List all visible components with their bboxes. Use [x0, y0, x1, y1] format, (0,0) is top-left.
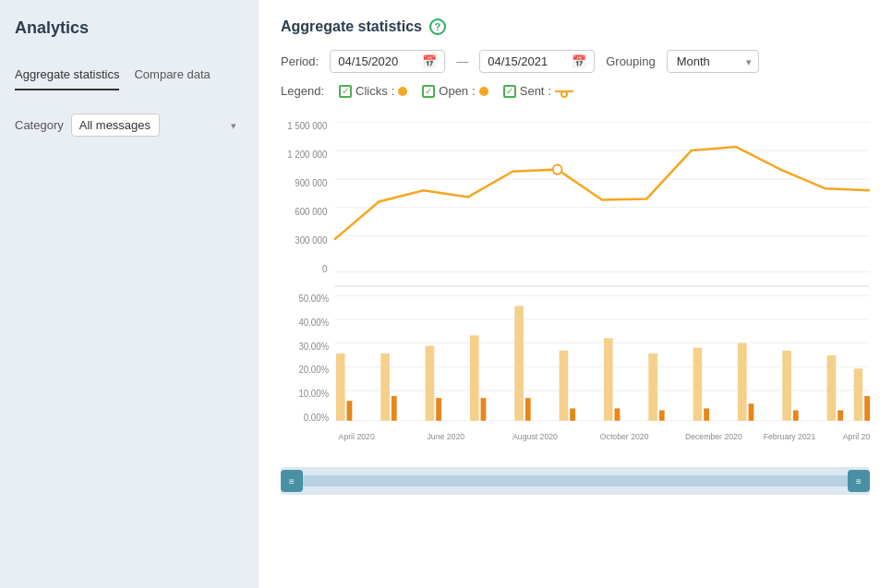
sidebar: Analytics Aggregate statistics Compare d…: [0, 0, 259, 588]
bar-apr21-2: [864, 396, 870, 421]
open-checkbox[interactable]: [422, 85, 435, 98]
x-label-aug20: August 2020: [512, 432, 558, 441]
scrollbar-right-button[interactable]: ≡: [848, 470, 870, 492]
y-pct-20: 20.00%: [298, 365, 329, 375]
y-pct-40: 40.00%: [298, 318, 329, 328]
bar-jul20-2: [481, 398, 487, 421]
bar-aug20-2: [525, 398, 531, 421]
main-header: Aggregate statistics ?: [281, 18, 870, 35]
bar-jan21-1: [738, 343, 747, 421]
bar-sep20-2: [570, 408, 575, 420]
bar-jun20-1: [426, 346, 435, 421]
sent-circle: [561, 90, 568, 98]
y-pct-30: 30.00%: [298, 341, 329, 351]
calendar-to-icon: 📅: [572, 54, 586, 68]
chart-container: 1 500 000 1 200 000 900 000 600 000 300 …: [281, 113, 870, 463]
y-label-300: 300 000: [295, 234, 327, 245]
x-label-dec20: December 2020: [685, 432, 742, 441]
x-label-apr21: April 2021: [843, 432, 870, 441]
grouping-select-wrapper: Day Week Month Year: [667, 50, 759, 73]
bar-jun20-2: [436, 398, 441, 421]
date-to-input[interactable]: [488, 54, 566, 68]
bar-may20-2: [392, 396, 397, 421]
help-icon[interactable]: ?: [429, 18, 446, 35]
bar-jan21-2: [749, 403, 754, 420]
y-label-600: 600 000: [295, 207, 327, 217]
bar-mar21-1: [827, 355, 837, 421]
x-label-jun20: June 2020: [428, 432, 465, 441]
sent-checkbox[interactable]: [503, 85, 516, 98]
scrollbar-container: ≡ ≡: [281, 467, 870, 495]
controls-row: Period: 📅 — 📅 Grouping Day Week Month Ye…: [281, 50, 870, 73]
sent-line: [555, 90, 573, 92]
main-content: Aggregate statistics ? Period: 📅 — 📅 Gro…: [259, 0, 892, 588]
category-select[interactable]: All messages: [71, 114, 160, 137]
sidebar-divider: [15, 105, 244, 106]
x-label-feb21: February 2021: [764, 432, 816, 441]
bar-apr21-1: [854, 368, 863, 420]
legend-clicks: Clicks:: [339, 84, 407, 98]
y-label-900: 900 000: [295, 178, 327, 188]
bar-nov20-2: [659, 410, 665, 420]
date-dash: —: [456, 54, 468, 68]
line-chart-path: [334, 147, 870, 240]
calendar-from-icon: 📅: [422, 54, 437, 68]
bar-oct20-2: [615, 408, 621, 420]
date-from-input[interactable]: [338, 54, 416, 68]
bar-dec20-1: [693, 348, 703, 421]
legend-row: Legend: Clicks: Open: Sent:: [281, 84, 870, 98]
x-label-oct20: October 2020: [600, 432, 649, 441]
line-open-circle: [553, 164, 562, 174]
sidebar-title: Analytics: [15, 18, 244, 38]
sent-label: Sent: [520, 84, 545, 98]
grouping-label: Grouping: [606, 54, 655, 68]
bar-feb21-2: [793, 410, 799, 420]
legend-label: Legend:: [281, 84, 324, 98]
bar-oct20-1: [604, 338, 613, 420]
period-label: Period:: [281, 54, 319, 68]
bar-mar21-2: [838, 410, 843, 420]
date-to-wrapper[interactable]: 📅: [479, 50, 595, 73]
y-pct-50: 50.00%: [298, 294, 329, 304]
y-pct-10: 10.00%: [298, 389, 329, 399]
clicks-dot: [398, 87, 407, 96]
y-label-0: 0: [322, 263, 328, 273]
sidebar-tab-compare[interactable]: Compare data: [134, 60, 210, 90]
sidebar-filter-row: Category All messages: [15, 114, 244, 137]
bar-nov20-1: [648, 354, 657, 421]
sent-icon: [555, 87, 573, 96]
chart-svg: 1 500 000 1 200 000 900 000 600 000 300 …: [281, 113, 870, 463]
bar-dec20-2: [704, 408, 709, 420]
open-label: Open: [439, 84, 468, 98]
scrollbar-track[interactable]: [284, 475, 866, 486]
bar-sep20-1: [560, 351, 569, 421]
legend-open: Open:: [422, 84, 488, 98]
x-label-apr20: April 2020: [339, 432, 375, 441]
bar-jul20-1: [470, 335, 479, 420]
open-dot: [479, 87, 488, 96]
legend-sent: Sent:: [503, 84, 573, 98]
scrollbar-right-icon: ≡: [856, 476, 862, 486]
y-pct-0: 0.00%: [304, 413, 330, 423]
scrollbar-left-button[interactable]: ≡: [281, 470, 303, 492]
bar-feb21-1: [782, 351, 791, 421]
bar-may20-1: [380, 354, 390, 421]
bar-apr20-1: [336, 354, 345, 421]
y-label-1200: 1 200 000: [287, 150, 327, 160]
scrollbar-left-icon: ≡: [289, 476, 295, 486]
grouping-select[interactable]: Day Week Month Year: [667, 50, 759, 73]
clicks-label: Clicks: [356, 84, 388, 98]
bar-aug20-1: [514, 306, 524, 421]
page-title: Aggregate statistics: [281, 18, 422, 35]
bar-apr20-2: [347, 401, 353, 421]
clicks-checkbox[interactable]: [339, 85, 352, 98]
category-label: Category: [15, 118, 64, 132]
date-from-wrapper[interactable]: 📅: [330, 50, 445, 73]
y-label-1500: 1 500 000: [287, 121, 327, 131]
sidebar-tabs: Aggregate statistics Compare data: [15, 60, 244, 90]
category-select-wrapper: All messages: [71, 114, 244, 137]
sidebar-tab-aggregate[interactable]: Aggregate statistics: [15, 60, 119, 90]
